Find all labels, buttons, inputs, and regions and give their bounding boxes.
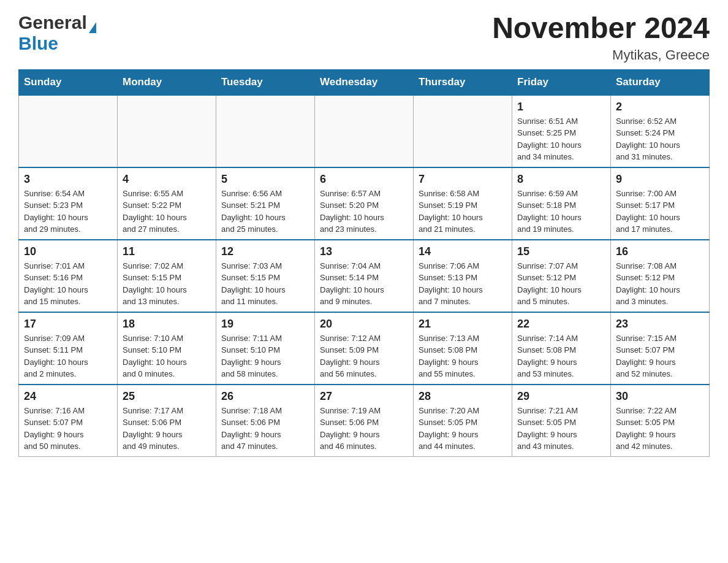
cell-week1-day5: 8Sunrise: 6:59 AM Sunset: 5:18 PM Daylig…	[512, 167, 611, 240]
logo-general-text: General	[18, 12, 87, 33]
cell-week0-day1	[118, 95, 216, 167]
cell-week3-day4: 21Sunrise: 7:13 AM Sunset: 5:08 PM Dayli…	[414, 312, 512, 385]
day-info-29: Sunrise: 7:21 AM Sunset: 5:05 PM Dayligh…	[517, 405, 605, 453]
col-thursday: Thursday	[414, 69, 512, 95]
col-friday: Friday	[512, 69, 611, 95]
cell-week0-day2	[216, 95, 315, 167]
day-info-14: Sunrise: 7:06 AM Sunset: 5:13 PM Dayligh…	[419, 260, 507, 308]
day-number-19: 19	[221, 318, 309, 331]
cell-week1-day1: 4Sunrise: 6:55 AM Sunset: 5:22 PM Daylig…	[118, 167, 216, 240]
day-number-5: 5	[221, 173, 309, 186]
cell-week1-day2: 5Sunrise: 6:56 AM Sunset: 5:21 PM Daylig…	[216, 167, 315, 240]
day-number-24: 24	[24, 390, 112, 403]
day-info-25: Sunrise: 7:17 AM Sunset: 5:06 PM Dayligh…	[123, 405, 211, 453]
days-of-week-row: Sunday Monday Tuesday Wednesday Thursday…	[19, 69, 710, 95]
day-info-3: Sunrise: 6:54 AM Sunset: 5:23 PM Dayligh…	[24, 188, 112, 236]
day-number-11: 11	[123, 245, 211, 258]
day-number-28: 28	[419, 390, 507, 403]
cell-week0-day4	[414, 95, 512, 167]
cell-week3-day1: 18Sunrise: 7:10 AM Sunset: 5:10 PM Dayli…	[118, 312, 216, 385]
day-info-13: Sunrise: 7:04 AM Sunset: 5:14 PM Dayligh…	[320, 260, 408, 308]
col-tuesday: Tuesday	[216, 69, 315, 95]
cell-week2-day1: 11Sunrise: 7:02 AM Sunset: 5:15 PM Dayli…	[118, 240, 216, 312]
cell-week4-day3: 27Sunrise: 7:19 AM Sunset: 5:06 PM Dayli…	[315, 385, 414, 457]
day-number-17: 17	[24, 318, 112, 331]
col-wednesday: Wednesday	[315, 69, 414, 95]
day-number-20: 20	[320, 318, 408, 331]
cell-week4-day1: 25Sunrise: 7:17 AM Sunset: 5:06 PM Dayli…	[118, 385, 216, 457]
day-number-14: 14	[419, 245, 507, 258]
col-saturday: Saturday	[611, 69, 710, 95]
cell-week4-day0: 24Sunrise: 7:16 AM Sunset: 5:07 PM Dayli…	[19, 385, 118, 457]
day-info-6: Sunrise: 6:57 AM Sunset: 5:20 PM Dayligh…	[320, 188, 408, 236]
day-info-16: Sunrise: 7:08 AM Sunset: 5:12 PM Dayligh…	[616, 260, 704, 308]
title-block: November 2024 Mytikas, Greece	[492, 12, 710, 63]
col-sunday: Sunday	[19, 69, 118, 95]
cell-week1-day4: 7Sunrise: 6:58 AM Sunset: 5:19 PM Daylig…	[414, 167, 512, 240]
cell-week4-day5: 29Sunrise: 7:21 AM Sunset: 5:05 PM Dayli…	[512, 385, 611, 457]
logo-blue-text: Blue	[18, 33, 58, 54]
day-number-29: 29	[517, 390, 605, 403]
day-info-26: Sunrise: 7:18 AM Sunset: 5:06 PM Dayligh…	[221, 405, 309, 453]
day-number-8: 8	[517, 173, 605, 186]
day-number-27: 27	[320, 390, 408, 403]
day-number-2: 2	[616, 101, 704, 113]
day-number-9: 9	[616, 173, 704, 186]
day-info-30: Sunrise: 7:22 AM Sunset: 5:05 PM Dayligh…	[616, 405, 704, 453]
cell-week3-day5: 22Sunrise: 7:14 AM Sunset: 5:08 PM Dayli…	[512, 312, 611, 385]
cell-week0-day6: 2Sunrise: 6:52 AM Sunset: 5:24 PM Daylig…	[611, 95, 710, 167]
col-monday: Monday	[118, 69, 216, 95]
day-info-21: Sunrise: 7:13 AM Sunset: 5:08 PM Dayligh…	[419, 332, 507, 380]
calendar-header: Sunday Monday Tuesday Wednesday Thursday…	[19, 69, 710, 95]
week-row-4: 24Sunrise: 7:16 AM Sunset: 5:07 PM Dayli…	[19, 385, 710, 457]
day-number-21: 21	[419, 318, 507, 331]
cell-week3-day3: 20Sunrise: 7:12 AM Sunset: 5:09 PM Dayli…	[315, 312, 414, 385]
cell-week0-day3	[315, 95, 414, 167]
day-number-3: 3	[24, 173, 112, 186]
day-info-15: Sunrise: 7:07 AM Sunset: 5:12 PM Dayligh…	[517, 260, 605, 308]
day-number-15: 15	[517, 245, 605, 258]
day-number-25: 25	[123, 390, 211, 403]
day-info-10: Sunrise: 7:01 AM Sunset: 5:16 PM Dayligh…	[24, 260, 112, 308]
day-info-22: Sunrise: 7:14 AM Sunset: 5:08 PM Dayligh…	[517, 332, 605, 380]
week-row-3: 17Sunrise: 7:09 AM Sunset: 5:11 PM Dayli…	[19, 312, 710, 385]
day-number-30: 30	[616, 390, 704, 403]
cell-week3-day0: 17Sunrise: 7:09 AM Sunset: 5:11 PM Dayli…	[19, 312, 118, 385]
day-number-16: 16	[616, 245, 704, 258]
day-info-4: Sunrise: 6:55 AM Sunset: 5:22 PM Dayligh…	[123, 188, 211, 236]
day-info-18: Sunrise: 7:10 AM Sunset: 5:10 PM Dayligh…	[123, 332, 211, 380]
cell-week2-day5: 15Sunrise: 7:07 AM Sunset: 5:12 PM Dayli…	[512, 240, 611, 312]
day-info-17: Sunrise: 7:09 AM Sunset: 5:11 PM Dayligh…	[24, 332, 112, 380]
day-number-12: 12	[221, 245, 309, 258]
day-info-27: Sunrise: 7:19 AM Sunset: 5:06 PM Dayligh…	[320, 405, 408, 453]
calendar-subtitle: Mytikas, Greece	[492, 47, 710, 63]
logo-arrow-icon	[89, 22, 96, 33]
cell-week2-day4: 14Sunrise: 7:06 AM Sunset: 5:13 PM Dayli…	[414, 240, 512, 312]
cell-week1-day6: 9Sunrise: 7:00 AM Sunset: 5:17 PM Daylig…	[611, 167, 710, 240]
cell-week1-day3: 6Sunrise: 6:57 AM Sunset: 5:20 PM Daylig…	[315, 167, 414, 240]
cell-week2-day6: 16Sunrise: 7:08 AM Sunset: 5:12 PM Dayli…	[611, 240, 710, 312]
day-info-24: Sunrise: 7:16 AM Sunset: 5:07 PM Dayligh…	[24, 405, 112, 453]
week-row-0: 1Sunrise: 6:51 AM Sunset: 5:25 PM Daylig…	[19, 95, 710, 167]
day-number-26: 26	[221, 390, 309, 403]
day-info-5: Sunrise: 6:56 AM Sunset: 5:21 PM Dayligh…	[221, 188, 309, 236]
day-info-9: Sunrise: 7:00 AM Sunset: 5:17 PM Dayligh…	[616, 188, 704, 236]
cell-week2-day0: 10Sunrise: 7:01 AM Sunset: 5:16 PM Dayli…	[19, 240, 118, 312]
day-number-4: 4	[123, 173, 211, 186]
day-info-28: Sunrise: 7:20 AM Sunset: 5:05 PM Dayligh…	[419, 405, 507, 453]
cell-week3-day2: 19Sunrise: 7:11 AM Sunset: 5:10 PM Dayli…	[216, 312, 315, 385]
week-row-1: 3Sunrise: 6:54 AM Sunset: 5:23 PM Daylig…	[19, 167, 710, 240]
cell-week1-day0: 3Sunrise: 6:54 AM Sunset: 5:23 PM Daylig…	[19, 167, 118, 240]
day-info-7: Sunrise: 6:58 AM Sunset: 5:19 PM Dayligh…	[419, 188, 507, 236]
day-number-22: 22	[517, 318, 605, 331]
cell-week2-day3: 13Sunrise: 7:04 AM Sunset: 5:14 PM Dayli…	[315, 240, 414, 312]
day-number-7: 7	[419, 173, 507, 186]
day-number-13: 13	[320, 245, 408, 258]
day-info-19: Sunrise: 7:11 AM Sunset: 5:10 PM Dayligh…	[221, 332, 309, 380]
cell-week3-day6: 23Sunrise: 7:15 AM Sunset: 5:07 PM Dayli…	[611, 312, 710, 385]
day-info-12: Sunrise: 7:03 AM Sunset: 5:15 PM Dayligh…	[221, 260, 309, 308]
day-info-23: Sunrise: 7:15 AM Sunset: 5:07 PM Dayligh…	[616, 332, 704, 380]
calendar-body: 1Sunrise: 6:51 AM Sunset: 5:25 PM Daylig…	[19, 95, 710, 457]
cell-week0-day0	[19, 95, 118, 167]
day-number-23: 23	[616, 318, 704, 331]
